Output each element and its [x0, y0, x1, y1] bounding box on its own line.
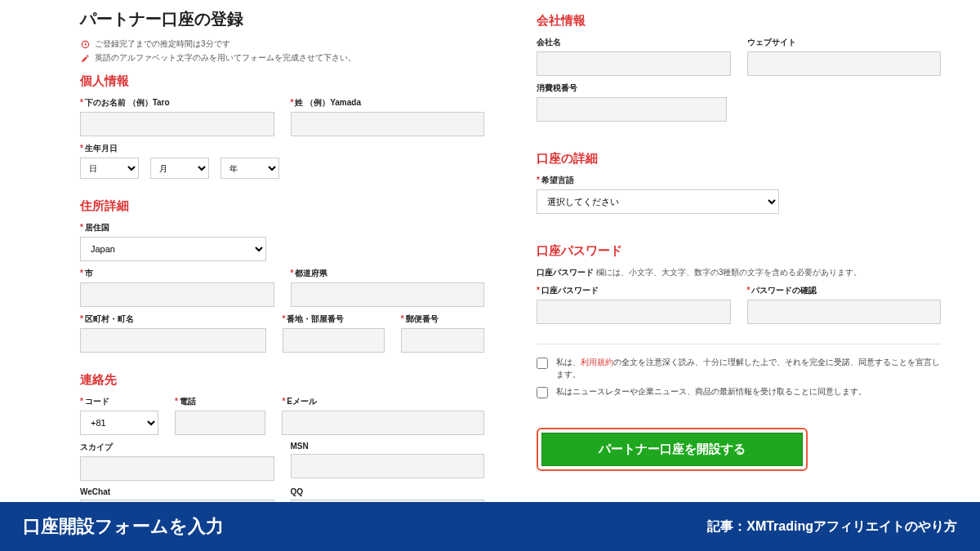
newsletter-text: 私はニュースレターや企業ニュース、商品の最新情報を受け取ることに同意します。	[556, 385, 866, 398]
terms-checkbox[interactable]	[537, 358, 548, 369]
footer-bar: 口座開設フォームを入力 記事：XMTradingアフィリエイトのやり方	[0, 502, 980, 551]
email-label: *Eメール	[282, 396, 484, 407]
newsletter-checkbox[interactable]	[537, 387, 548, 398]
notice-lang: 英語のアルファベット文字のみを用いてフォームを完成させて下さい。	[80, 52, 484, 64]
first-name-label: *下のお名前 （例）Taro	[80, 97, 274, 109]
town-input[interactable]	[80, 328, 266, 353]
pencil-icon	[80, 53, 90, 63]
postal-input[interactable]	[401, 328, 484, 353]
website-label: ウェブサイト	[747, 37, 942, 48]
section-address: 住所詳細	[80, 198, 484, 214]
notice-time: ご登録完了までの推定時間は3分です	[80, 38, 484, 50]
street-input[interactable]	[283, 328, 385, 353]
msn-label: MSN	[291, 442, 485, 451]
section-account: 口座の詳細	[537, 151, 941, 167]
prefecture-input[interactable]	[291, 282, 485, 307]
password-confirm-label: *パスワードの確認	[747, 285, 942, 296]
dob-label: *生年月日	[80, 143, 484, 154]
last-name-input[interactable]	[291, 112, 485, 136]
submit-button[interactable]: パートナー口座を開設する	[541, 433, 803, 466]
prefecture-label: *都道府県	[291, 268, 485, 279]
last-name-label: *姓 （例）Yamada	[291, 97, 485, 109]
qq-label: QQ	[291, 487, 485, 496]
password-help: 口座パスワード 欄には、小文字、大文字、数字の3種類の文字を含める必要があります…	[537, 267, 941, 278]
clock-icon	[80, 39, 90, 49]
terms-text: 私は、利用規約の全文を注意深く読み、十分に理解した上で、それを完全に受諾、同意す…	[556, 356, 941, 380]
section-personal: 個人情報	[80, 73, 484, 89]
footer-article: 記事：XMTradingアフィリエイトのやり方	[707, 518, 957, 535]
company-name-input[interactable]	[537, 51, 731, 76]
separator	[537, 344, 941, 344]
town-label: *区町村・町名	[80, 313, 266, 325]
postal-label: *郵便番号	[401, 313, 484, 325]
dob-day-select[interactable]: 日	[80, 158, 139, 179]
code-label: *コード	[80, 396, 158, 407]
company-name-label: 会社名	[537, 37, 731, 48]
submit-highlight: パートナー口座を開設する	[537, 428, 808, 471]
pref-lang-label: *希望言語	[537, 175, 779, 186]
notice-lang-text: 英語のアルファベット文字のみを用いてフォームを完成させて下さい。	[95, 52, 356, 64]
city-label: *市	[80, 268, 274, 279]
skype-label: スカイプ	[80, 442, 274, 453]
password-input[interactable]	[537, 300, 731, 324]
code-select[interactable]: +81	[80, 411, 158, 435]
password-confirm-input[interactable]	[747, 300, 942, 324]
tax-no-label: 消費税番号	[537, 82, 727, 94]
wechat-label: WeChat	[80, 487, 274, 496]
pref-lang-select[interactable]: 選択してください	[537, 189, 779, 214]
password-label: *口座パスワード	[537, 285, 731, 296]
phone-input[interactable]	[175, 411, 265, 435]
website-input[interactable]	[747, 51, 942, 76]
country-select[interactable]: Japan	[80, 237, 266, 261]
street-label: *番地・部屋番号	[283, 313, 385, 325]
city-input[interactable]	[80, 282, 274, 307]
section-contact: 連絡先	[80, 372, 484, 388]
msn-input[interactable]	[291, 454, 485, 478]
notice-time-text: ご登録完了までの推定時間は3分です	[95, 38, 230, 50]
dob-month-select[interactable]: 月	[150, 158, 209, 179]
terms-link[interactable]: 利用規約	[581, 358, 613, 367]
page-title: パートナー口座の登録	[80, 8, 484, 30]
phone-label: *電話	[175, 396, 265, 407]
skype-input[interactable]	[80, 456, 274, 481]
section-password: 口座パスワード	[537, 243, 941, 259]
dob-year-select[interactable]: 年	[220, 158, 279, 179]
country-label: *居住国	[80, 222, 266, 233]
tax-no-input[interactable]	[537, 97, 727, 122]
footer-title: 口座開設フォームを入力	[23, 514, 224, 539]
email-input[interactable]	[282, 411, 484, 435]
first-name-input[interactable]	[80, 112, 274, 136]
section-company: 会社情報	[537, 13, 941, 29]
